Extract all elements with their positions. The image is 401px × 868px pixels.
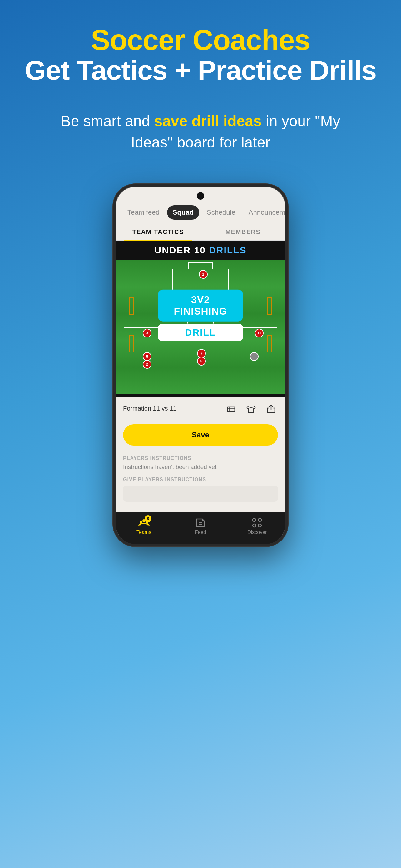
feed-icon — [195, 517, 206, 528]
header-divider — [55, 98, 346, 98]
header-title-yellow: Soccer Coaches — [19, 25, 382, 55]
player-6: 6 — [143, 352, 152, 361]
nav-teams-icon-wrapper: 8 — [138, 517, 149, 528]
formation-label: Formation 11 vs 11 — [123, 405, 176, 412]
drill-banner-top-text: 3V2 FINISHING — [174, 294, 227, 316]
drill-banner-bottom-text: DRILL — [185, 327, 216, 337]
svg-point-15 — [258, 524, 261, 527]
camera-area — [115, 187, 286, 202]
subtitle-yellow: save drill ideas — [154, 113, 261, 129]
svg-point-13 — [258, 518, 261, 522]
player-11: 11 — [255, 329, 264, 337]
svg-point-14 — [253, 524, 256, 527]
player-top-right — [250, 352, 259, 361]
header-section: Soccer Coaches Get Tactics + Practice Dr… — [0, 0, 401, 165]
give-instructions-input[interactable] — [123, 486, 278, 502]
drill-banner-bottom: DRILL — [158, 324, 243, 341]
volume-up-button — [113, 246, 114, 268]
nav-feed-label: Feed — [195, 530, 206, 535]
tab-announcements[interactable]: Announceme — [243, 205, 286, 220]
sub-tabs: TEAM TACTICS MEMBERS — [115, 223, 286, 241]
formation-icons — [224, 402, 278, 415]
tab-squad[interactable]: Squad — [167, 205, 199, 220]
power-button — [287, 258, 288, 286]
player-8: 8 — [197, 357, 206, 366]
jersey-svg-icon — [246, 404, 256, 414]
nav-teams-label: Teams — [136, 530, 151, 535]
soccer-field: 1 3 10 11 6 7 8 2 3V2 FINISHING — [115, 260, 286, 394]
marker-right-top — [267, 298, 272, 315]
field-title-white: UNDER 10 — [154, 245, 209, 255]
save-button-container: Save — [115, 421, 286, 449]
sub-tab-team-tactics[interactable]: TEAM TACTICS — [115, 223, 201, 240]
goal-top — [188, 262, 213, 269]
tab-team-feed[interactable]: Team feed — [122, 205, 165, 220]
bottom-nav: 8 Teams Feed — [115, 512, 286, 544]
teams-badge: 8 — [144, 515, 152, 522]
field-title-accent: DRILLS — [209, 245, 246, 255]
formation-bar: Formation 11 vs 11 — [115, 397, 286, 421]
discover-icon — [252, 517, 263, 528]
svg-point-12 — [253, 518, 256, 522]
player-1: 1 — [199, 270, 208, 279]
marker-right-bottom — [267, 335, 272, 352]
volume-down-button — [113, 274, 114, 296]
goal-icon-button[interactable] — [224, 402, 238, 415]
field-container: UNDER 10 DRILLS 1 3 10 11 6 7 8 2 — [115, 241, 286, 397]
nav-item-feed[interactable]: Feed — [172, 517, 229, 535]
nav-tabs: Team feed Squad Schedule Announceme › — [115, 202, 286, 223]
share-icon-button[interactable] — [264, 402, 278, 415]
players-instructions-label: PLAYERS INSTRUCTIONS — [123, 456, 278, 461]
nav-feed-icon-wrapper — [195, 517, 206, 528]
instructions-section: PLAYERS INSTRUCTIONS Instructions haven'… — [115, 449, 286, 508]
jersey-icon-button[interactable] — [244, 402, 258, 415]
field-title-bar: UNDER 10 DRILLS — [115, 241, 286, 260]
sub-tab-members[interactable]: MEMBERS — [201, 223, 286, 240]
give-instructions-label: GIVE PLAYERS INSTRUCTIONS — [123, 477, 278, 483]
svg-point-8 — [140, 521, 142, 524]
header-title-white: Get Tactics + Practice Drills — [19, 55, 382, 86]
drill-banner-top: 3V2 FINISHING — [158, 289, 243, 321]
share-svg-icon — [266, 404, 276, 414]
nav-discover-label: Discover — [247, 530, 267, 535]
camera-dot — [197, 192, 204, 200]
subtitle-start: Be smart and — [61, 113, 154, 129]
tab-schedule[interactable]: Schedule — [201, 205, 241, 220]
phone-mockup: Team feed Squad Schedule Announceme › TE… — [113, 184, 288, 547]
player-3: 3 — [143, 329, 152, 337]
save-button[interactable]: Save — [123, 424, 278, 445]
players-instructions-text: Instructions haven't been added yet — [123, 464, 278, 470]
goal-svg-icon — [226, 404, 236, 414]
header-subtitle: Be smart and save drill ideas in your "M… — [19, 111, 382, 153]
nav-item-discover[interactable]: Discover — [229, 517, 286, 535]
nav-discover-icon-wrapper — [252, 517, 263, 528]
player-2: 2 — [143, 360, 152, 369]
player-7: 7 — [197, 349, 206, 358]
marker-left-top — [129, 298, 134, 315]
phone-container: Team feed Squad Schedule Announceme › TE… — [0, 165, 401, 571]
nav-item-teams[interactable]: 8 Teams — [115, 517, 172, 535]
drill-overlay: 3V2 FINISHING DRILL — [158, 289, 243, 341]
marker-left-bottom — [129, 335, 134, 352]
